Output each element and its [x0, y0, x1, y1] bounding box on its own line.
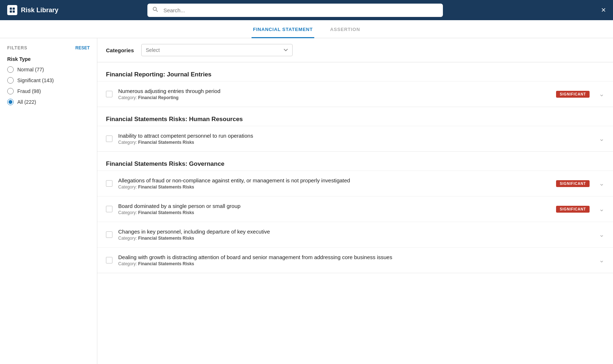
- search-icon: [152, 6, 158, 14]
- chevron-down-icon[interactable]: ⌄: [599, 256, 604, 264]
- search-input[interactable]: [147, 4, 443, 17]
- risk-item-category: Category: Financial Statements Risks: [118, 140, 590, 145]
- logo-icon: [7, 5, 17, 15]
- svg-rect-0: [10, 8, 12, 10]
- risk-item-title: Numerous adjusting entries through perio…: [118, 88, 550, 94]
- reset-button[interactable]: RESET: [75, 45, 90, 50]
- categories-bar: Categories Select: [97, 38, 613, 62]
- search-bar: [147, 4, 443, 17]
- risk-group-title: Financial Statements Risks: Human Resour…: [97, 107, 613, 126]
- sidebar-header: FILTERS RESET: [7, 45, 90, 50]
- tab-financial-statement[interactable]: FINANCIAL STATEMENT: [252, 27, 314, 38]
- chevron-down-icon[interactable]: ⌄: [599, 205, 604, 213]
- sidebar: FILTERS RESET Risk Type Normal (77) Sign…: [0, 38, 97, 364]
- main-layout: FILTERS RESET Risk Type Normal (77) Sign…: [0, 38, 613, 364]
- app-logo: Risk Library: [7, 5, 65, 15]
- risk-checkbox[interactable]: [106, 136, 112, 142]
- risk-item-category: Category: Financial Reporting: [118, 95, 550, 100]
- content-area: Categories Select Financial Reporting: J…: [97, 38, 613, 364]
- radio-fraud-label: Fraud (98): [17, 88, 41, 94]
- risk-item: Inability to attract competent personnel…: [97, 126, 613, 151]
- risk-type-label: Risk Type: [7, 56, 90, 62]
- chevron-down-icon[interactable]: ⌄: [599, 90, 604, 98]
- tabs-bar: FINANCIAL STATEMENT ASSERTION: [0, 20, 613, 38]
- risk-item-content: Numerous adjusting entries through perio…: [118, 88, 550, 100]
- risk-group-title: Financial Reporting: Journal Entries: [97, 62, 613, 81]
- categories-label: Categories: [106, 47, 134, 53]
- svg-rect-2: [10, 10, 12, 13]
- risk-checkbox[interactable]: [106, 257, 112, 263]
- risk-item: Dealing with growth is distracting atten…: [97, 247, 613, 273]
- chevron-down-icon[interactable]: ⌄: [599, 231, 604, 239]
- risk-item: Numerous adjusting entries through perio…: [97, 81, 613, 107]
- svg-rect-3: [13, 10, 15, 13]
- risk-item-category: Category: Financial Statements Risks: [118, 261, 590, 266]
- radio-significant[interactable]: Significant (143): [7, 77, 90, 84]
- risk-group-title: Financial Statements Risks: Governance: [97, 152, 613, 170]
- risk-item-category: Category: Financial Statements Risks: [118, 236, 590, 241]
- risk-item-title: Dealing with growth is distracting atten…: [118, 254, 590, 260]
- risk-checkbox[interactable]: [106, 206, 112, 212]
- tab-assertion[interactable]: ASSERTION: [329, 27, 361, 38]
- risk-checkbox[interactable]: [106, 231, 112, 238]
- risk-item-content: Inability to attract competent personnel…: [118, 133, 590, 145]
- risk-badge: SIGNIFICANT: [556, 91, 590, 98]
- filters-label: FILTERS: [7, 45, 27, 50]
- risk-checkbox[interactable]: [106, 91, 112, 97]
- chevron-down-icon[interactable]: ⌄: [599, 135, 604, 143]
- categories-select[interactable]: Select: [141, 44, 293, 56]
- risk-item-content: Allegations of fraud or non-compliance a…: [118, 177, 550, 190]
- risk-badge: SIGNIFICANT: [556, 206, 590, 213]
- radio-normal[interactable]: Normal (77): [7, 66, 90, 73]
- radio-fraud[interactable]: Fraud (98): [7, 88, 90, 94]
- svg-line-5: [156, 10, 158, 12]
- risk-item: Board dominated by a single person or sm…: [97, 196, 613, 222]
- risk-item: Allegations of fraud or non-compliance a…: [97, 170, 613, 196]
- close-button[interactable]: ×: [601, 6, 606, 14]
- chevron-down-icon[interactable]: ⌄: [599, 179, 604, 187]
- risk-group-human-resources: Financial Statements Risks: Human Resour…: [97, 107, 613, 152]
- risk-item-content: Changes in key personnel, including depa…: [118, 228, 590, 241]
- risk-item-category: Category: Financial Statements Risks: [118, 210, 550, 215]
- app-header: Risk Library ×: [0, 0, 613, 20]
- risk-item-title: Allegations of fraud or non-compliance a…: [118, 177, 550, 183]
- radio-all[interactable]: All (222): [7, 99, 90, 105]
- svg-rect-1: [13, 8, 15, 10]
- risk-badge: SIGNIFICANT: [556, 180, 590, 187]
- risk-item-content: Board dominated by a single person or sm…: [118, 203, 550, 215]
- risk-item-title: Changes in key personnel, including depa…: [118, 228, 590, 235]
- risk-checkbox[interactable]: [106, 180, 112, 187]
- svg-point-4: [153, 7, 156, 10]
- risk-item-title: Board dominated by a single person or sm…: [118, 203, 550, 209]
- risk-group-journal-entries: Financial Reporting: Journal Entries Num…: [97, 62, 613, 107]
- radio-all-label: All (222): [17, 99, 36, 105]
- risk-item: Changes in key personnel, including depa…: [97, 222, 613, 247]
- radio-significant-label: Significant (143): [17, 77, 54, 83]
- risk-item-category: Category: Financial Statements Risks: [118, 185, 550, 190]
- app-title: Risk Library: [21, 6, 58, 14]
- risk-item-title: Inability to attract competent personnel…: [118, 133, 590, 139]
- risk-group-governance: Financial Statements Risks: Governance A…: [97, 152, 613, 273]
- radio-normal-label: Normal (77): [17, 67, 44, 72]
- risk-item-content: Dealing with growth is distracting atten…: [118, 254, 590, 266]
